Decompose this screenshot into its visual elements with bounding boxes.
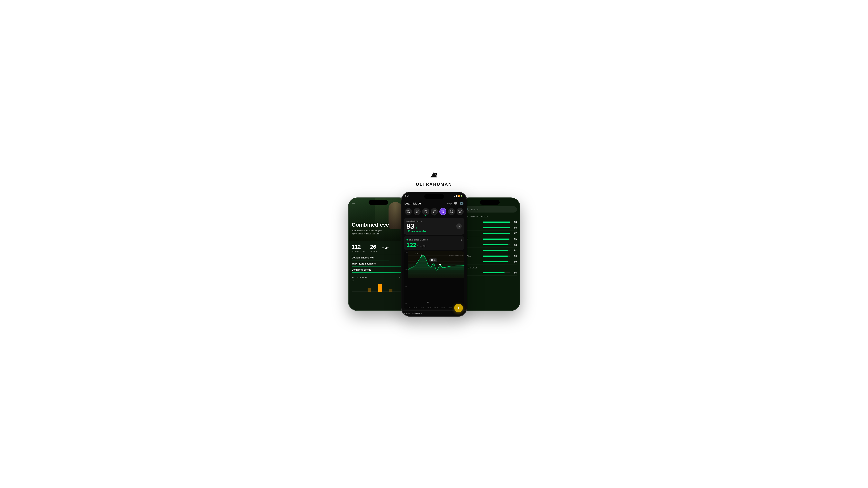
meal-score-1: 98 — [512, 226, 517, 229]
gear-icon[interactable]: ⚙️ — [460, 202, 464, 205]
meal-item-6[interactable]: and Pita 90 — [463, 253, 517, 259]
day-sun[interactable]: SUN 25 — [456, 208, 464, 215]
glucose-info-icon[interactable]: ℹ — [461, 238, 462, 241]
center-phone-content: Learn Mode Help 💬 ⚙️ MON 19 — [401, 192, 467, 316]
glucose-value: 122 — [406, 242, 416, 248]
meal-score-5: 91 — [512, 249, 517, 252]
page-wrapper: ULTRAHUMAN ← Combined eve Your walk with… — [327, 171, 542, 317]
time-stat: TIME — [382, 247, 389, 250]
low-meal-bar-fill-0 — [483, 272, 504, 273]
low-performance-section: ANCE MEALS — [463, 267, 517, 269]
left-phone-content: ← Combined eve Your walk with Kara helpe… — [349, 198, 408, 310]
meal-item-2[interactable]: y 97 — [463, 231, 517, 236]
activity-bar-tertiary — [389, 289, 393, 292]
y-label-140: 140 — [405, 268, 407, 270]
glucose-peak-value: 112 — [352, 244, 366, 250]
svg-point-9 — [421, 255, 422, 256]
day-name-wed: WED — [424, 209, 428, 211]
day-wed[interactable]: WED 21 • — [422, 208, 430, 215]
metabolic-up-arrow: ↑ — [416, 226, 417, 230]
glucose-peak-stat: 112 GLUCOSE PEAK — [352, 244, 366, 252]
wed-dot: • — [425, 215, 426, 216]
center-header: Learn Mode Help 💬 ⚙️ — [401, 200, 467, 207]
day-num-thu: 22 — [433, 211, 435, 214]
meal-item-1[interactable]: kes 98 — [463, 225, 517, 231]
help-link[interactable]: Help — [446, 202, 452, 205]
header-right: Help 💬 ⚙️ — [446, 202, 464, 205]
meal-bar-2 — [483, 233, 510, 234]
day-circle-thu: THU 22 • — [431, 208, 438, 215]
day-thu[interactable]: THU 22 • — [430, 208, 438, 215]
center-phone-notch — [424, 194, 444, 199]
learn-mode-title: Learn Mode — [405, 202, 421, 205]
metabolic-left: Metabolic Score 93 ↑ +33 from yesterday — [406, 220, 426, 232]
chat-icon[interactable]: 💬 — [454, 202, 458, 205]
hero-subtitle: Your walk with Kara helped youll your bl… — [352, 229, 405, 235]
list-item-walk[interactable]: Walk - Kara Saunders — [352, 262, 405, 266]
metabolic-score-value: 93 — [406, 223, 414, 230]
day-tue[interactable]: TUE 20 • — [413, 208, 421, 215]
status-time: 9:41 — [405, 195, 410, 197]
x-label-0: 2:00 — [408, 307, 410, 308]
signal-bar-4 — [456, 195, 457, 197]
meal-bar-fill-4 — [483, 244, 508, 246]
chart-top-label: 130 — [352, 280, 354, 282]
day-fri[interactable]: FRI 23 — [439, 208, 447, 215]
glucose-header: Live Blood Glucose ℹ — [406, 238, 462, 241]
change-stat: 26 CHANGE — [370, 244, 378, 252]
change-label: CHANGE — [370, 251, 378, 252]
spike-value-label: 149 — [415, 253, 418, 255]
thu-dot: • — [434, 215, 434, 216]
status-icons: 📶 🔋 — [455, 195, 463, 197]
meal-score-7: 90 — [512, 260, 517, 263]
logo-section: ULTRAHUMAN — [416, 171, 452, 187]
glucose-chart: 200 140 80 60 — [404, 252, 464, 309]
off-hours-label: Off-hours target zone — [448, 255, 463, 256]
day-name-fri: FRI — [441, 209, 444, 211]
left-list: Cottage cheese Roll Walk - Kara Saunders… — [349, 254, 408, 274]
day-num-sun: 25 — [459, 211, 461, 214]
metabolic-score-card[interactable]: Metabolic Score 93 ↑ +33 from yesterday … — [404, 218, 464, 235]
activity-chart: 130 — [352, 280, 405, 292]
meal-item-0[interactable]: ar 98 — [463, 219, 517, 225]
metabolic-arrow-btn[interactable]: → — [456, 224, 462, 229]
glucose-reading: 122 ↑ mg/dL — [406, 242, 462, 248]
wifi-icon: 📶 — [457, 195, 460, 197]
time-value: TIME — [382, 247, 389, 250]
low-meal-item-0[interactable]: ... 86 — [463, 270, 517, 276]
meal-score-6: 90 — [512, 255, 517, 258]
meal-item-4[interactable]: Trap 92 — [463, 242, 517, 248]
search-bar[interactable]: 🔍 Search — [463, 206, 517, 213]
fab-add-button[interactable]: + — [454, 304, 463, 312]
logo-text: ULTRAHUMAN — [416, 182, 452, 187]
phone-center: 9:41 📶 🔋 Learn Mode — [401, 192, 467, 317]
left-phone-notch — [369, 200, 388, 205]
x-label-1: 00:00 — [414, 307, 417, 308]
list-item-cottage[interactable]: Cottage cheese Roll — [352, 256, 405, 260]
cottage-roll-label: Cottage cheese Roll — [352, 256, 405, 259]
signal-bar-1 — [455, 196, 455, 197]
meal-bar-fill-3 — [483, 238, 509, 240]
meal-bar-5 — [483, 250, 510, 251]
meal-item-7[interactable]: sa 90 — [463, 259, 517, 265]
meal-item-5[interactable]: Fry 91 — [463, 248, 517, 253]
signal-bar-2 — [455, 196, 456, 197]
low-meal-score-0: 86 — [512, 271, 517, 274]
list-item-combined[interactable]: Combined events — [352, 268, 405, 272]
phones-container: ← Combined eve Your walk with Kara helpe… — [327, 192, 542, 317]
day-name-mon: MON — [406, 209, 410, 211]
meal-bar-fill-1 — [483, 227, 510, 228]
day-circle-wed: WED 21 • — [422, 208, 429, 215]
x-label-6: 12:00 — [448, 307, 452, 308]
meal-bar-4 — [483, 244, 510, 246]
meal-score-2: 97 — [512, 232, 517, 235]
activity-header: ACTIVITY PEAK 8:12PM — [352, 276, 405, 279]
day-sat[interactable]: SAT 24 — [447, 208, 456, 215]
back-button[interactable]: ← — [352, 201, 355, 206]
meal-item-3[interactable]: Salad 95 — [463, 236, 517, 242]
day-mon[interactable]: MON 19 — [405, 208, 412, 215]
meal-bar-1 — [483, 227, 510, 228]
day-num-sat: 24 — [450, 211, 453, 214]
hero-text-block: Combined eve Your walk with Kara helped … — [352, 222, 405, 235]
meal-bar-7 — [483, 261, 510, 262]
